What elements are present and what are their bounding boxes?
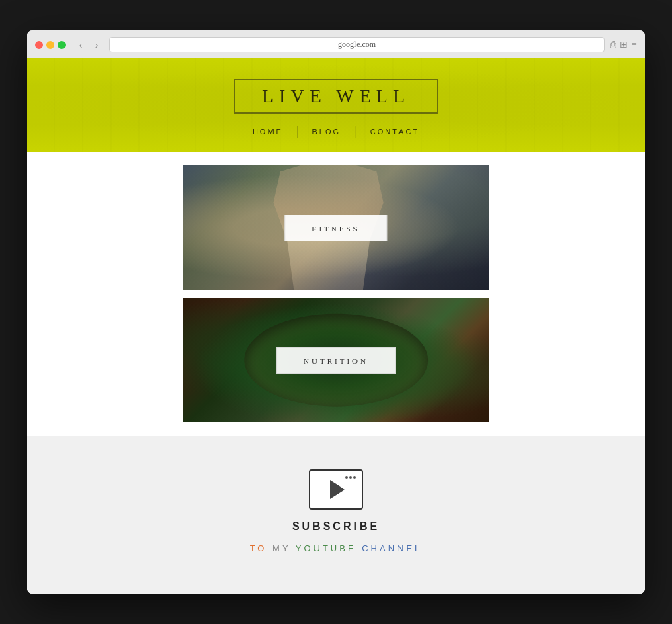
browser-actions: ⎙ ⊞ ≡ [610, 39, 637, 50]
back-button[interactable]: ‹ [74, 38, 87, 52]
forward-button[interactable]: › [90, 38, 103, 52]
browser-chrome: ‹ › google.com ⎙ ⊞ ≡ [27, 30, 645, 58]
subscribe-youtube: YOUTUBE [296, 543, 362, 553]
subscribe-channel: CHANNEL [362, 543, 422, 553]
subscribe-title[interactable]: SUBSCRIBE [292, 520, 380, 533]
minimize-button[interactable] [46, 41, 54, 49]
youtube-icon[interactable] [309, 469, 363, 510]
sidebar-icon[interactable]: ≡ [632, 40, 637, 50]
site-navigation: HOME | BLOG | CONTACT [239, 124, 433, 139]
nav-home[interactable]: HOME [239, 128, 296, 136]
dot-1 [345, 476, 348, 479]
subscribe-to: TO [250, 543, 272, 553]
site-header: LIVE WELL HOME | BLOG | CONTACT [27, 58, 645, 152]
nutrition-card[interactable]: NUTRITION [183, 298, 489, 422]
fitness-card[interactable]: FITNESS [183, 165, 489, 290]
subscribe-section: SUBSCRIBE TO MY YOUTUBE CHANNEL [27, 436, 645, 594]
play-icon [330, 480, 345, 499]
site-title-container: LIVE WELL [234, 79, 438, 114]
nav-blog[interactable]: BLOG [299, 128, 355, 136]
nutrition-label: NUTRITION [276, 347, 396, 374]
fitness-label-text: FITNESS [312, 225, 360, 233]
traffic-lights [35, 41, 66, 49]
share-icon[interactable]: ⎙ [610, 40, 616, 50]
fitness-label: FITNESS [284, 214, 387, 241]
browser-nav: ‹ › [74, 38, 103, 52]
dot-2 [349, 476, 352, 479]
nav-contact[interactable]: CONTACT [357, 128, 433, 136]
website-content: LIVE WELL HOME | BLOG | CONTACT FITNESS [27, 58, 645, 594]
close-button[interactable] [35, 41, 43, 49]
subscribe-my: MY [272, 543, 296, 553]
address-bar[interactable]: google.com [109, 37, 605, 52]
dot-3 [353, 476, 356, 479]
new-tab-icon[interactable]: ⊞ [620, 39, 628, 50]
main-content: FITNESS NUTRITION [27, 152, 645, 436]
subscribe-subtitle: TO MY YOUTUBE CHANNEL [250, 543, 423, 553]
youtube-dots [345, 476, 356, 479]
browser-window: ‹ › google.com ⎙ ⊞ ≡ LIVE WELL HOME | BL… [27, 30, 645, 594]
maximize-button[interactable] [58, 41, 66, 49]
nutrition-label-text: NUTRITION [304, 357, 368, 365]
site-title[interactable]: LIVE WELL [262, 85, 410, 107]
